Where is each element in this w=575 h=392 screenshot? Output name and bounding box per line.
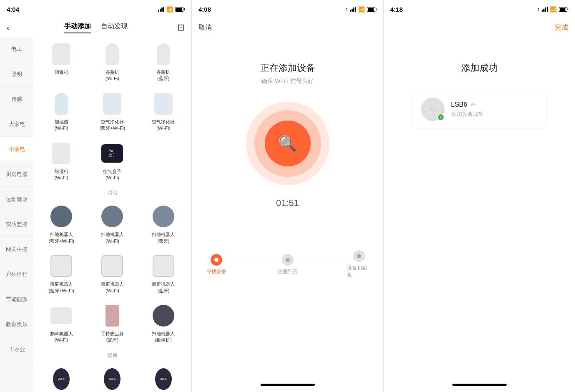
tab-auto[interactable]: 自动发现	[101, 22, 128, 33]
device-disinfector[interactable]: 消毒机	[37, 37, 86, 86]
sidebar-item-security[interactable]: 安防监控	[0, 212, 33, 237]
progress-steps: 寻找设备 注册到云 设备初始化	[192, 250, 383, 279]
sidebar-item-education[interactable]: 教育娱乐	[0, 312, 33, 337]
panel2-content: 正在添加设备 确保 Wi-Fi 信号良好 🔍 01:51 寻找设备	[192, 37, 383, 384]
status-time-2: 4:08	[198, 6, 211, 13]
device-icon-window-wifi	[100, 254, 125, 279]
device-icon-humidifier	[49, 91, 74, 116]
device-name-label: LSB6	[451, 101, 467, 108]
back-button-1[interactable]: ‹	[7, 23, 10, 33]
device-grid-1: 消毒机 香薰机(Wi-Fi) 香薰机(蓝牙)	[37, 37, 188, 86]
status-icons-1: 📶	[158, 6, 185, 13]
device-icon-handheld-vacuum	[100, 303, 125, 328]
panel1-body: 电工 照明 传感 大家电 小家电 厨房电器 运动健康 安防监控 网关中控 户外出…	[0, 37, 191, 392]
sidebar-item-small-appliance[interactable]: 小家电	[0, 137, 33, 162]
device-sweep-wifi[interactable]: 扫地机器人(Wi-Fi)	[88, 199, 137, 249]
device-label-purifier-wifi: 空气净化器(Wi-Fi)	[152, 119, 175, 132]
device-grid-7: 20.5 20.5 20.5	[37, 362, 188, 392]
device-sweep-bt[interactable]: 扫地机器人(蓝牙)	[139, 199, 188, 249]
edit-device-name-button[interactable]: ✏	[471, 101, 476, 108]
adding-title: 正在添加设备	[260, 62, 315, 74]
sidebar-item-sports[interactable]: 运动健康	[0, 187, 33, 212]
sidebar: 电工 照明 传感 大家电 小家电 厨房电器 运动健康 安防监控 网关中控 户外出…	[0, 37, 33, 392]
device-window-bt-wifi[interactable]: 擦窗机器人(蓝牙+Wi-Fi)	[37, 249, 86, 298]
content-area: 消毒机 香薰机(Wi-Fi) 香薰机(蓝牙)	[33, 37, 191, 392]
device-aroma-wifi[interactable]: 香薰机(Wi-Fi)	[88, 37, 137, 86]
sidebar-item-electrician[interactable]: 电工	[0, 37, 33, 62]
device-label-sweep-wifi: 扫地机器人(Wi-Fi)	[101, 231, 124, 244]
device-success-card: ○ ✓ LSB6 ✏ 添加设备成功	[413, 91, 546, 128]
device-icon-aroma-bt	[151, 42, 176, 67]
device-sweep-bt-wifi[interactable]: 扫地机器人(蓝牙+Wi-Fi)	[37, 199, 86, 249]
device-icon-window-bt	[151, 254, 176, 279]
tab-manual[interactable]: 手动添加	[64, 22, 91, 33]
device-label-aroma-bt: 香薰机(蓝牙)	[156, 69, 170, 82]
device-heater-1[interactable]: 20.5	[37, 362, 86, 392]
device-grid-4: 扫地机器人(蓝牙+Wi-Fi) 扫地机器人(Wi-Fi) 扫地机器人(蓝牙)	[37, 199, 188, 249]
step-dot-1	[211, 254, 222, 266]
device-icon-dehumidifier	[49, 141, 74, 166]
sidebar-item-kitchen[interactable]: 厨房电器	[0, 162, 33, 187]
device-label-disinfector: 消毒机	[55, 69, 68, 75]
search-animation: 🔍	[246, 102, 329, 185]
wifi-icon-1: 📶	[166, 6, 173, 13]
step-label-1: 寻找设备	[206, 268, 226, 275]
device-grid-2: 加湿器(Wi-Fi) 空气净化器(蓝牙+Wi-Fi) 空气净化器(Wi-Fi)	[37, 86, 188, 136]
panel2-nav: 取消	[192, 18, 383, 37]
device-status-label: 添加设备成功	[451, 111, 484, 117]
step-label-2: 注册到云	[278, 268, 298, 275]
device-icon-purifier-bt-wifi	[100, 91, 125, 116]
done-button[interactable]: 完成	[555, 23, 568, 32]
device-label-window-wifi: 擦窗机器人(Wi-Fi)	[101, 281, 124, 294]
device-label-window-bt: 擦窗机器人(蓝牙)	[152, 281, 175, 294]
device-aroma-bt[interactable]: 香薰机(蓝牙)	[139, 37, 188, 86]
signal-icon-2	[350, 7, 356, 12]
sidebar-item-lighting[interactable]: 照明	[0, 62, 33, 87]
sidebar-item-industry[interactable]: 工农业	[0, 337, 33, 362]
device-airbox[interactable]: Air盒子 空气盒子(Wi-Fi)	[88, 136, 137, 186]
device-heater-3[interactable]: 20.5	[139, 362, 188, 392]
step-dot-2	[282, 254, 294, 266]
device-humidifier[interactable]: 加湿器(Wi-Fi)	[37, 86, 86, 136]
signal-icon-3	[542, 7, 548, 12]
wifi-icon-3: 📶	[550, 6, 557, 13]
device-heater-2[interactable]: 20.5	[88, 362, 137, 392]
device-grid-5: 擦窗机器人(蓝牙+Wi-Fi) 擦窗机器人(Wi-Fi) 擦窗机器人(蓝牙)	[37, 249, 188, 298]
device-purifier-wifi[interactable]: 空气净化器(Wi-Fi)	[139, 86, 188, 136]
check-badge: ✓	[437, 113, 444, 121]
device-sweep-camera[interactable]: 扫地机器人(摄像机)	[139, 298, 188, 348]
device-name-row: LSB6 ✏	[451, 101, 538, 108]
panel3-nav: 完成	[384, 18, 575, 37]
device-icon-window-bt-wifi	[49, 254, 74, 279]
device-label-dehumidifier: 除湿机(Wi-Fi)	[55, 168, 68, 181]
nav-bar-1: ‹ 手动添加 自动发现 ⊡	[0, 18, 191, 37]
device-icon-mower	[49, 303, 74, 328]
adding-subtitle: 确保 Wi-Fi 信号良好	[261, 78, 313, 85]
sidebar-item-large-appliance[interactable]: 大家电	[0, 112, 33, 137]
device-handheld-vacuum[interactable]: 手持吸尘器(蓝牙)	[88, 298, 137, 348]
device-dehumidifier[interactable]: 除湿机(Wi-Fi)	[37, 136, 86, 186]
device-icon-aroma-wifi	[100, 42, 125, 67]
battery-icon-2	[367, 7, 377, 12]
sidebar-item-energy[interactable]: 节能能源	[0, 287, 33, 312]
success-title: 添加成功	[461, 62, 498, 74]
search-magnifier-icon: 🔍	[278, 135, 297, 152]
home-indicator-2	[261, 384, 315, 386]
device-icon-sweep-camera	[151, 303, 176, 328]
status-icons-3: ↑ 📶	[537, 6, 568, 13]
step-label-3: 设备初始化	[347, 264, 371, 279]
device-avatar: ○ ✓	[421, 98, 444, 121]
battery-icon-3	[559, 7, 568, 12]
device-mower[interactable]: 割草机器人(Wi-Fi)	[37, 298, 86, 348]
scan-button[interactable]: ⊡	[177, 22, 185, 33]
step-dot-3	[353, 250, 365, 262]
sidebar-item-gateway[interactable]: 网关中控	[0, 237, 33, 262]
sidebar-item-sensor[interactable]: 传感	[0, 87, 33, 112]
device-grid-3: 除湿机(Wi-Fi) Air盒子 空气盒子(Wi-Fi)	[37, 136, 188, 186]
sidebar-item-outdoor[interactable]: 户外出行	[0, 262, 33, 287]
device-window-bt[interactable]: 擦窗机器人(蓝牙)	[139, 249, 188, 298]
device-purifier-bt-wifi[interactable]: 空气净化器(蓝牙+Wi-Fi)	[88, 86, 137, 136]
device-window-wifi[interactable]: 擦窗机器人(Wi-Fi)	[88, 249, 137, 298]
panel3-content: 添加成功 ○ ✓ LSB6 ✏ 添加设备成功	[384, 37, 575, 384]
cancel-button[interactable]: 取消	[198, 23, 212, 32]
